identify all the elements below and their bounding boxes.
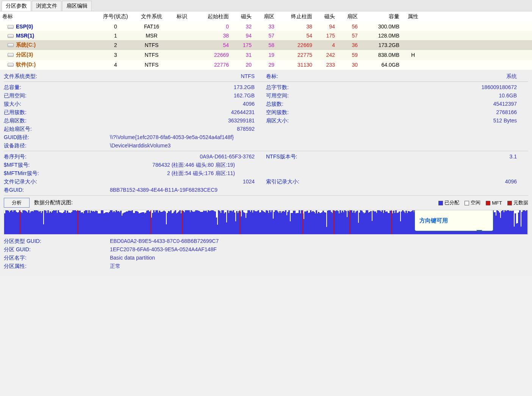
cell-fs: FAT16 xyxy=(133,22,171,31)
fs-type-value: NTFS xyxy=(49,72,266,80)
total-sectors-value: 363299181 xyxy=(49,116,266,125)
cell-end-cyl: 54 xyxy=(277,31,315,40)
cell-start-head: 31 xyxy=(231,50,254,60)
tab-partition-params[interactable]: 分区参数 xyxy=(2,1,31,11)
cell-start-sec: 19 xyxy=(254,50,277,60)
cell-attr xyxy=(402,60,424,70)
cell-start-head: 94 xyxy=(231,31,254,40)
used-clusters-label: 已用簇数: xyxy=(4,108,49,116)
cell-end-sec: 30 xyxy=(337,60,360,70)
legend-item: MFT xyxy=(486,200,502,206)
table-row[interactable]: MSR(1) 1 MSR 38 94 57 54 175 57 128.0MB xyxy=(0,31,532,40)
ntfs-ver-label: NTFS版本号: xyxy=(266,152,311,161)
mftmirr-label: $MFTMirr簇号: xyxy=(4,169,49,177)
cell-end-sec: 59 xyxy=(337,50,360,60)
cell-start-cyl: 22669 xyxy=(193,50,231,60)
part-guid-label: 分区 GUID: xyxy=(4,245,110,254)
col-end-cyl[interactable]: 终止柱面 xyxy=(277,11,315,22)
free-label: 可用空间: xyxy=(266,91,311,100)
cell-end-sec: 57 xyxy=(337,31,360,40)
volume-name: 软件(D:) xyxy=(16,61,36,67)
cell-start-head: 32 xyxy=(231,22,254,31)
cluster-size-label: 簇大小: xyxy=(4,100,49,108)
col-start-head[interactable]: 磁头 xyxy=(231,11,254,22)
cell-attr xyxy=(402,31,424,40)
table-row[interactable]: 软件(D:) 4 NTFS 22776 20 29 31130 233 30 6… xyxy=(0,60,532,70)
cell-flag xyxy=(171,60,193,70)
col-end-head[interactable]: 磁头 xyxy=(315,11,337,22)
cell-flag xyxy=(171,50,193,60)
cell-seq: 2 xyxy=(99,40,133,50)
volume-label: 卷标: xyxy=(266,72,311,80)
cell-start-head: 20 xyxy=(231,60,254,70)
col-start-cyl[interactable]: 起始柱面 xyxy=(193,11,231,22)
disk-icon xyxy=(8,34,14,38)
free-clusters-label: 空闲簇数: xyxy=(266,108,311,116)
start-sector-label: 起始扇区号: xyxy=(4,125,49,133)
cell-attr: H xyxy=(402,50,424,60)
part-type-value: EBD0A0A2-B9E5-4433-87C0-68B6B72699C7 xyxy=(110,237,219,245)
cell-seq: 0 xyxy=(99,22,133,31)
cell-start-cyl: 54 xyxy=(193,40,231,50)
tooltip-hint: 方向键可用 xyxy=(419,216,488,225)
part-attr-value: 正常 xyxy=(110,262,120,270)
cell-fs: NTFS xyxy=(133,40,171,50)
cell-end-sec: 36 xyxy=(337,40,360,50)
cell-end-cyl: 22669 xyxy=(277,40,315,50)
analyze-button[interactable]: 分析 xyxy=(4,198,30,208)
used-value: 162.7GB xyxy=(49,91,266,100)
tab-sector-edit[interactable]: 扇区编辑 xyxy=(62,1,92,11)
table-row[interactable]: 分区(3) 3 NTFS 22669 31 19 22775 242 59 83… xyxy=(0,50,532,60)
cell-end-cyl: 31130 xyxy=(277,60,315,70)
total-bytes-label: 总字节数: xyxy=(266,83,311,91)
col-start-sec[interactable]: 扇区 xyxy=(254,11,277,22)
device-path-value: \Device\HarddiskVolume3 xyxy=(110,141,171,150)
mftmirr-value: 2 (柱面:54 磁头:176 扇区:11) xyxy=(49,169,246,177)
col-capacity[interactable]: 容量 xyxy=(360,11,402,22)
cell-seq: 3 xyxy=(99,50,133,60)
cluster-size-value: 4096 xyxy=(49,100,266,108)
mft-label: $MFT簇号: xyxy=(4,161,49,169)
col-volume[interactable]: 卷标 xyxy=(0,11,99,22)
cell-end-head: 175 xyxy=(315,31,337,40)
cell-end-sec: 56 xyxy=(337,22,360,31)
table-row[interactable]: ESP(0) 0 FAT16 0 32 33 38 94 56 300.0MB xyxy=(0,22,532,31)
cell-flag xyxy=(171,31,193,40)
cell-start-cyl: 0 xyxy=(193,22,231,31)
col-attr[interactable]: 属性 xyxy=(402,11,424,22)
cell-capacity: 838.0MB xyxy=(360,50,402,60)
cell-fs: NTFS xyxy=(133,50,171,60)
partition-table: 卷标 序号(状态) 文件系统 标识 起始柱面 磁头 扇区 终止柱面 磁头 扇区 … xyxy=(0,11,532,70)
device-path-label: 设备路径: xyxy=(4,141,110,150)
volume-name: ESP(0) xyxy=(16,23,33,30)
total-sectors-label: 总扇区数: xyxy=(4,116,49,125)
part-name-label: 分区名字: xyxy=(4,254,110,262)
cell-end-head: 94 xyxy=(315,22,337,31)
col-end-sec[interactable]: 扇区 xyxy=(337,11,360,22)
part-attr-label: 分区属性: xyxy=(4,262,110,270)
free-value: 10.6GB xyxy=(311,91,528,100)
volume-value: 系统 xyxy=(311,72,528,80)
col-flag[interactable]: 标识 xyxy=(171,11,193,22)
tab-browse-files[interactable]: 浏览文件 xyxy=(32,1,61,11)
cell-end-cyl: 38 xyxy=(277,22,315,31)
partition-info: 分区类型 GUID:EBD0A0A2-B9E5-4433-87C0-68B6B7… xyxy=(4,235,528,272)
info-panel: 文件系统类型:NTFS 卷标:系统 总容量:173.2GB 总字节数:18600… xyxy=(0,70,532,275)
total-clusters-value: 45412397 xyxy=(311,100,528,108)
col-fs[interactable]: 文件系统 xyxy=(133,11,171,22)
file-rec-value: 1024 xyxy=(49,177,266,186)
col-seq[interactable]: 序号(状态) xyxy=(99,11,133,22)
vol-guid-value: 8BB7B152-4389-4E44-B11A-19F68283CEC9 xyxy=(110,186,217,194)
legend-item: 空闲 xyxy=(465,199,480,206)
table-header: 卷标 序号(状态) 文件系统 标识 起始柱面 磁头 扇区 终止柱面 磁头 扇区 … xyxy=(0,11,532,22)
cell-capacity: 64.0GB xyxy=(360,60,402,70)
table-row[interactable]: 系统(C:) 2 NTFS 54 175 58 22669 4 36 173.2… xyxy=(0,40,532,50)
serial-value: 0A9A-D661-65F3-3762 xyxy=(49,152,266,161)
disk-icon xyxy=(8,43,14,47)
sector-size-value: 512 Bytes xyxy=(311,116,528,125)
total-cap-value: 173.2GB xyxy=(49,83,266,91)
start-sector-value: 878592 xyxy=(49,125,266,133)
allocation-chart[interactable]: 数据区(当前竖线): 起始簇号: 42470838 簇数目: 33051 已分配… xyxy=(4,210,528,235)
guid-path-value: \\?\Volume{1efc2078-6fa6-4053-9e5a-0524a… xyxy=(110,133,234,141)
cell-end-cyl: 22775 xyxy=(277,50,315,60)
